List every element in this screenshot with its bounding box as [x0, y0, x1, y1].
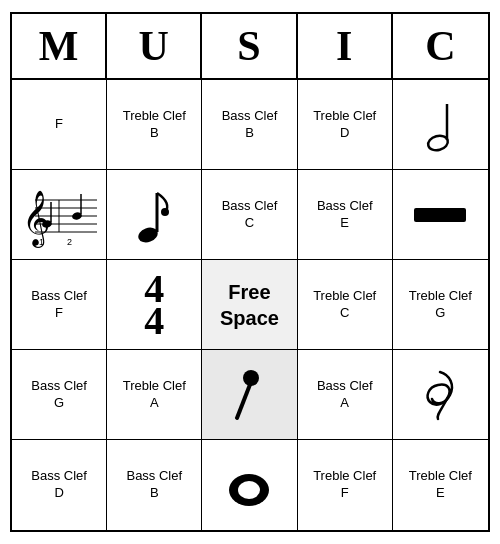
cell-0-4 [393, 80, 488, 170]
accidental-icon [420, 367, 460, 422]
cell-0-1: Treble ClefB [107, 80, 202, 170]
hat-icon [414, 208, 466, 222]
cell-text: Bass ClefF [31, 288, 87, 322]
cell-3-3: Bass ClefA [298, 350, 393, 440]
header-m: M [12, 14, 107, 78]
whole-note-icon [224, 455, 274, 515]
cell-3-2 [202, 350, 297, 440]
cell-4-0: Bass ClefD [12, 440, 107, 530]
cell-text: Treble ClefC [313, 288, 376, 322]
cell-text: Bass ClefC [222, 198, 278, 232]
eighth-rest-icon [229, 360, 269, 430]
cell-2-4: Treble ClefG [393, 260, 488, 350]
cell-text: F [55, 116, 63, 133]
cell-1-1 [107, 170, 202, 260]
bingo-grid: F Treble ClefB Bass ClefB Treble ClefD [12, 80, 488, 530]
cell-4-2 [202, 440, 297, 530]
svg-text:1: 1 [39, 237, 44, 247]
svg-point-21 [238, 481, 260, 499]
cell-2-1: 4 4 [107, 260, 202, 350]
svg-line-19 [237, 382, 251, 418]
cell-text: Bass ClefA [317, 378, 373, 412]
cell-text: Bass ClefG [31, 378, 87, 412]
cell-1-4 [393, 170, 488, 260]
cell-4-1: Bass ClefB [107, 440, 202, 530]
bingo-card: M U S I C F Treble ClefB Bass ClefB Treb… [10, 12, 490, 532]
header-s: S [202, 14, 297, 78]
free-space-text: Free Space [206, 279, 292, 331]
cell-text: Bass ClefB [126, 468, 182, 502]
cell-2-3: Treble ClefC [298, 260, 393, 350]
svg-text:𝄞: 𝄞 [22, 190, 50, 248]
cell-2-2-free-space: Free Space [202, 260, 297, 350]
cell-text: Treble ClefA [123, 378, 186, 412]
header-i: I [298, 14, 393, 78]
cell-0-2: Bass ClefB [202, 80, 297, 170]
cell-text: Bass ClefD [31, 468, 87, 502]
svg-point-17 [161, 208, 169, 216]
cell-0-3: Treble ClefD [298, 80, 393, 170]
cell-1-2: Bass ClefC [202, 170, 297, 260]
eighth-note-icon [137, 185, 172, 245]
cell-0-0: F [12, 80, 107, 170]
cell-3-4 [393, 350, 488, 440]
cell-3-0: Bass ClefG [12, 350, 107, 440]
cell-text: Treble ClefF [313, 468, 376, 502]
cell-text: Treble ClefE [409, 468, 472, 502]
cell-3-1: Treble ClefA [107, 350, 202, 440]
cell-4-4: Treble ClefE [393, 440, 488, 530]
cell-text: Bass ClefB [222, 108, 278, 142]
staff-icon: 𝄞 1 2 [17, 180, 102, 250]
cell-text: Treble ClefB [123, 108, 186, 142]
half-note-icon [426, 96, 454, 154]
cell-text: Treble ClefD [313, 108, 376, 142]
svg-text:2: 2 [67, 237, 72, 247]
cell-text: Bass ClefE [317, 198, 373, 232]
cell-1-0: 𝄞 1 2 [12, 170, 107, 260]
time-signature-icon: 4 4 [144, 269, 164, 341]
cell-text: Treble ClefG [409, 288, 472, 322]
cell-2-0: Bass ClefF [12, 260, 107, 350]
header-c: C [393, 14, 488, 78]
header-u: U [107, 14, 202, 78]
bingo-header: M U S I C [12, 14, 488, 80]
cell-4-3: Treble ClefF [298, 440, 393, 530]
cell-1-3: Bass ClefE [298, 170, 393, 260]
